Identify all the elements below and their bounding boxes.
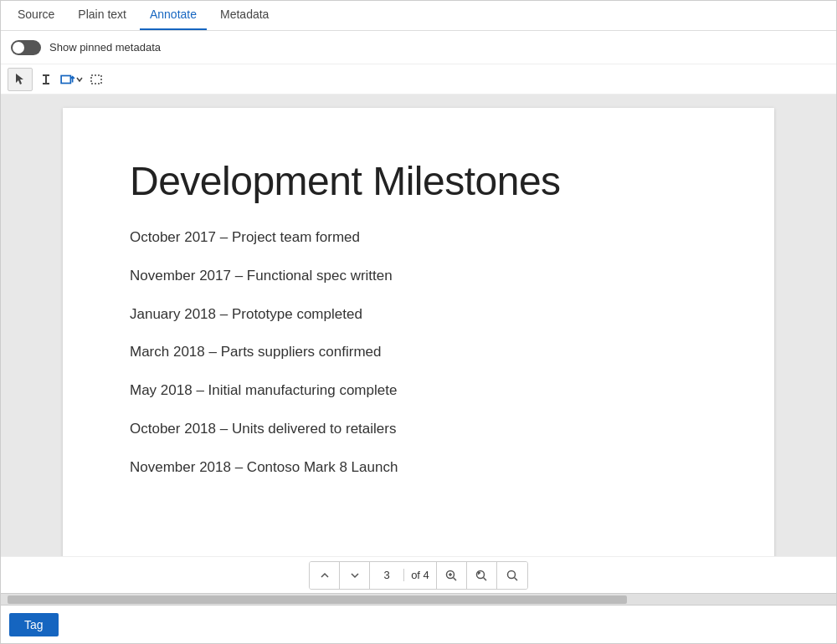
- tag-button[interactable]: Tag: [9, 613, 59, 636]
- milestone-item-7: November 2018 – Contoso Mark 8 Launch: [130, 457, 707, 478]
- next-page-button[interactable]: [340, 562, 370, 589]
- milestone-item-6: October 2018 – Units delivered to retail…: [130, 419, 707, 439]
- tab-annotate[interactable]: Annotate: [140, 0, 207, 30]
- pagination-controls: of 4: [309, 561, 528, 590]
- zoom-in-icon: [444, 569, 458, 582]
- document-area[interactable]: Development Milestones October 2017 – Pr…: [1, 95, 836, 556]
- zoom-reset-icon: [475, 569, 488, 582]
- zoom-in-button[interactable]: [437, 562, 467, 589]
- horizontal-scroll-thumb[interactable]: [8, 595, 627, 604]
- tab-bar: Source Plain text Annotate Metadata: [1, 1, 836, 31]
- svg-line-12: [514, 577, 517, 580]
- total-pages: 4: [424, 569, 429, 581]
- meta-row: Show pinned metadata: [1, 31, 836, 64]
- pagination-bar: of 4: [1, 556, 836, 593]
- document-title: Development Milestones: [130, 158, 707, 204]
- search-button[interactable]: [497, 562, 527, 589]
- horizontal-scrollbar[interactable]: [1, 593, 836, 605]
- page-total: of 4: [404, 562, 437, 589]
- svg-rect-3: [61, 75, 70, 83]
- document-page: Development Milestones October 2017 – Pr…: [63, 108, 774, 556]
- chevron-up-icon: [321, 571, 329, 580]
- zoom-reset-button[interactable]: [467, 562, 497, 589]
- content-wrapper: Development Milestones October 2017 – Pr…: [1, 95, 836, 556]
- show-pinned-label: Show pinned metadata: [49, 41, 161, 54]
- svg-line-8: [454, 577, 457, 580]
- cursor-icon: [13, 73, 27, 86]
- bottom-bar: Tag: [1, 605, 836, 643]
- tab-metadata[interactable]: Metadata: [210, 0, 279, 30]
- svg-point-11: [507, 570, 515, 578]
- milestone-item-3: January 2018 – Prototype completed: [130, 304, 707, 325]
- tab-source[interactable]: Source: [8, 0, 64, 30]
- rectangle-icon: [90, 73, 103, 86]
- svg-rect-2: [43, 83, 49, 84]
- prev-page-button[interactable]: [310, 562, 340, 589]
- page-number-input[interactable]: [377, 569, 397, 581]
- milestone-item-2: November 2017 – Functional spec written: [130, 266, 707, 286]
- region-icon: [60, 72, 75, 87]
- page-number-input-area: [370, 569, 404, 581]
- svg-line-10: [484, 577, 487, 580]
- rectangle-tool-button[interactable]: [85, 68, 108, 91]
- chevron-down-icon: [351, 571, 359, 580]
- text-cursor-icon: [39, 73, 53, 86]
- show-pinned-toggle[interactable]: [11, 40, 41, 55]
- svg-rect-1: [43, 74, 49, 76]
- of-label: of: [411, 569, 420, 581]
- milestone-item-1: October 2017 – Project team formed: [130, 227, 707, 248]
- search-icon: [506, 569, 519, 582]
- svg-rect-4: [91, 75, 101, 84]
- text-tool-button[interactable]: [34, 68, 58, 91]
- toolbar: [1, 64, 836, 95]
- select-tool-button[interactable]: [8, 68, 33, 91]
- toggle-thumb: [13, 42, 24, 54]
- region-tool-button[interactable]: [59, 68, 83, 91]
- tab-plain-text[interactable]: Plain text: [68, 0, 136, 30]
- milestone-item-4: March 2018 – Parts suppliers confirmed: [130, 342, 707, 362]
- dropdown-chevron-icon: [76, 76, 83, 83]
- milestone-item-5: May 2018 – Initial manufacturing complet…: [130, 381, 707, 401]
